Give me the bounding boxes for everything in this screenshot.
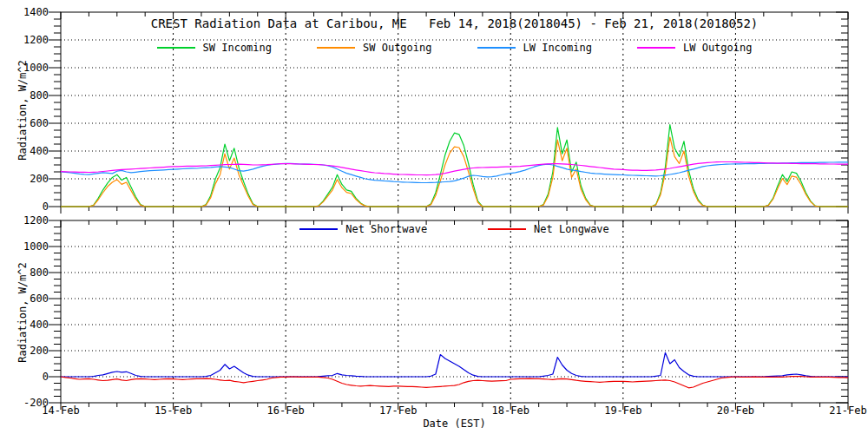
bottom-panel-frame <box>61 220 848 403</box>
top-panel-ytick-label: 200 <box>30 173 49 185</box>
sw-incoming-line-swatch <box>157 47 195 49</box>
series-line-lw-incoming <box>61 162 848 183</box>
legend-label-net-shortwave: Net Shortwave <box>345 223 427 235</box>
x-tick-label: 17-Feb <box>379 404 417 417</box>
x-tick-label: 14-Feb <box>42 404 79 417</box>
legend-label-sw-incoming: SW Incoming <box>203 42 272 54</box>
series-line-sw-outgoing <box>61 137 848 207</box>
legend-item-net-shortwave: Net Shortwave <box>299 223 427 235</box>
legend-item-lw-incoming: LW Incoming <box>477 42 592 54</box>
legend-item-sw-outgoing: SW Outgoing <box>317 42 431 54</box>
legend-label-lw-outgoing: LW Outgoing <box>683 42 752 54</box>
net-shortwave-line-swatch <box>299 228 338 230</box>
bottom-panel-ytick-label: 200 <box>30 345 49 357</box>
bottom-panel-ytick-label: 400 <box>30 319 49 331</box>
x-axis-label: Date (EST) <box>61 418 848 430</box>
legend-item-sw-incoming: SW Incoming <box>157 42 272 54</box>
x-tick-label: 19-Feb <box>604 404 641 417</box>
legend-label-sw-outgoing: SW Outgoing <box>363 42 431 54</box>
series-line-sw-incoming <box>61 125 848 207</box>
x-tick-label: 15-Feb <box>155 404 192 417</box>
series-line-net-shortwave <box>61 352 848 377</box>
bottom-panel-legend: Net Shortwave Net Longwave <box>61 223 848 235</box>
x-tick-label: 18-Feb <box>492 404 529 417</box>
legend-label-lw-incoming: LW Incoming <box>523 42 592 54</box>
top-panel-y-axis-label: Radiation, W/m^2 <box>16 58 29 162</box>
lw-outgoing-line-swatch <box>637 47 675 49</box>
radiation-chart-figure: 0200400600800100012001400-20002004006008… <box>0 0 868 434</box>
bottom-panel-ytick-label: 1200 <box>23 214 49 227</box>
bottom-panel-ytick-label: 600 <box>30 293 49 305</box>
legend-label-net-longwave: Net Longwave <box>534 223 609 235</box>
sw-outgoing-line-swatch <box>317 47 355 49</box>
top-panel-ytick-label: 400 <box>30 145 49 157</box>
lw-incoming-line-swatch <box>477 47 516 49</box>
x-tick-label: 21-Feb <box>829 404 866 417</box>
top-panel-legend: SW Incoming SW Outgoing LW Incoming LW O… <box>61 42 848 54</box>
top-panel-ytick-label: 600 <box>30 117 49 129</box>
x-tick-label: 20-Feb <box>717 404 754 417</box>
chart-title: CREST Radiation Data at Caribou, ME Feb … <box>61 16 848 30</box>
bottom-panel-ytick-label: 0 <box>43 371 49 383</box>
net-longwave-line-swatch <box>488 228 526 230</box>
top-panel-ytick-label: 800 <box>30 89 49 102</box>
bottom-panel-ytick-label: 1000 <box>23 240 49 253</box>
bottom-panel-y-axis-label: Radiation, W/m^2 <box>16 260 29 365</box>
radiation-plot-canvas: 0200400600800100012001400-20002004006008… <box>0 0 868 434</box>
legend-item-lw-outgoing: LW Outgoing <box>637 42 752 54</box>
bottom-panel-ytick-label: 800 <box>30 266 49 279</box>
x-tick-label: 16-Feb <box>266 404 304 417</box>
series-line-net-longwave <box>61 377 848 388</box>
legend-item-net-longwave: Net Longwave <box>488 223 609 235</box>
top-panel-ytick-label: 1200 <box>23 34 49 46</box>
top-panel-ytick-label: 0 <box>43 201 49 213</box>
top-panel-ytick-label: 1400 <box>23 6 49 18</box>
